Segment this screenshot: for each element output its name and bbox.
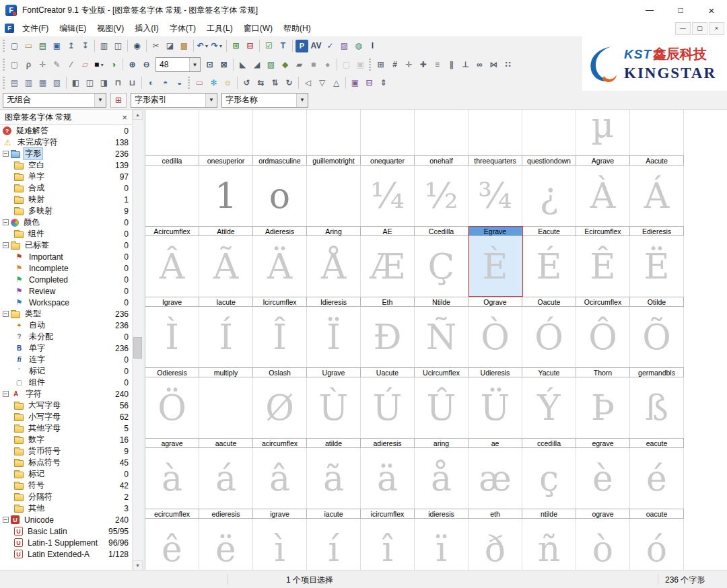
lasso-tool-icon[interactable]: ρ [22,59,35,71]
glyph-cell-Adieresis[interactable]: Ä [253,236,307,297]
glyph-cell-Aring[interactable]: Å [307,236,361,297]
tree-item-Incomplete[interactable]: ⚑Incomplete0 [0,262,132,274]
panel-scrollbar[interactable]: ▲ ▼ [132,110,143,571]
zoom-in-icon[interactable]: ⊕ [126,59,139,71]
glyph-cell-questiondown[interactable]: ¿ [522,166,576,226]
glyph-label-Acircumflex[interactable]: Acircumflex [145,227,199,235]
circle-shape-icon[interactable]: ● [321,59,334,71]
glyph-cell-onequarter[interactable]: ¼ [361,166,415,226]
guidelines-icon[interactable]: ✛ [403,59,415,71]
union-icon[interactable]: ◐ [145,76,158,89]
glyph-cell-ntilde[interactable]: ñ [522,519,576,571]
metrics-icon[interactable]: AV [310,40,322,52]
glyph-label-Ograve[interactable]: Ograve [469,297,522,306]
glyph-label-Agrave[interactable]: Agrave [576,156,630,165]
glyph-cell-Aacute[interactable]: Á [630,166,684,226]
glyph-label-edieresis[interactable]: edieresis [199,509,253,518]
glyph-cell-Acircumflex[interactable]: Â [145,236,199,297]
glyph-cell-partial-4[interactable] [361,110,415,155]
tree-item-合成[interactable]: 合成0 [0,182,132,194]
metrics-lines-icon[interactable]: ≡ [431,59,444,71]
tree-item-字符[interactable]: −A字符240 [0,388,132,400]
side-bearings-icon[interactable]: ∥ [445,59,458,71]
webfont-icon[interactable]: ◍ [352,40,365,52]
combination-button[interactable]: ⊞ [110,93,127,108]
glyph-cell-partial-7[interactable] [522,110,576,155]
child-restore-button[interactable]: ▢ [692,22,707,35]
menu-插入(I)[interactable]: 插入(I) [129,20,164,36]
glyph-index-combo[interactable]: 字形索引 ▼ [131,93,217,108]
select-tool-icon[interactable]: ▢ [8,59,21,71]
glyph-cell-Ograve[interactable]: Ò [469,307,522,367]
redo-icon[interactable]: ↷▼ [211,40,223,52]
preview-panel-icon[interactable]: P [296,40,308,52]
glyph-cell-Ugrave[interactable]: Ù [307,377,361,438]
glyph-label-onequarter[interactable]: onequarter [361,156,415,165]
menu-编辑(E)[interactable]: 编辑(E) [54,20,92,36]
tree-item-颜色[interactable]: −颜色0 [0,217,132,228]
copy-all-icon[interactable]: ▧ [50,76,63,89]
glyph-label-Oslash[interactable]: Oslash [253,368,307,377]
glyph-cell-agrave[interactable]: à [145,448,199,509]
glyph-cell-idieresis[interactable]: ï [415,519,469,571]
glyph-cell-Uacute[interactable]: Ú [361,377,415,438]
glyph-cell-Eacute[interactable]: É [522,236,576,297]
tree-item-单字[interactable]: B单字236 [0,342,132,354]
minimize-button[interactable]: — [634,0,665,20]
glyph-cell-Otilde[interactable]: Õ [630,307,684,367]
glyph-label-Ecircumflex[interactable]: Ecircumflex [576,227,630,235]
glyph-label-onesuperior[interactable]: onesuperior [199,156,253,165]
slope-right-icon[interactable]: ◢ [250,59,263,71]
glyph-label-Uacute[interactable]: Uacute [361,368,415,377]
tree-item-字形[interactable]: −字形236 [0,148,132,159]
insert-text-icon[interactable]: I [366,40,379,52]
menu-工具(L)[interactable]: 工具(L) [201,20,238,36]
tree-item-Latin-1 Supplement[interactable]: ULatin-1 Supplement96/96 [0,537,132,548]
chevron-down-icon[interactable]: ▼ [296,94,308,107]
glyph-cell-acircumflex[interactable]: â [253,448,307,509]
glyph-cell-Agrave[interactable]: À [576,166,630,226]
glyph-label-adieresis[interactable]: adieresis [361,439,415,447]
nudge-left-icon[interactable]: ◁ [302,76,314,89]
anchor-icon[interactable]: ⊥ [459,59,472,71]
glyph-cell-atilde[interactable]: ã [307,448,361,509]
glyph-cell-Icircumflex[interactable]: Î [253,307,307,367]
menu-文件(F)[interactable]: 文件(F) [17,20,54,36]
font-size-combo[interactable]: 48▼ [155,57,201,72]
tree-item-小写字母[interactable]: 小写字母62 [0,411,132,422]
close-panel-icon[interactable]: × [122,112,127,122]
tree-item-数字[interactable]: 数字16 [0,434,132,445]
glyph-label-Yacute[interactable]: Yacute [522,368,576,377]
print-icon[interactable]: ▥ [98,40,110,52]
glyph-label-Idieresis[interactable]: Idieresis [307,297,361,306]
glyph-label-Aacute[interactable]: Aacute [630,156,684,165]
glyph-cell-ccedilla[interactable]: ç [522,448,576,509]
glyph-cell-ae[interactable]: æ [469,448,522,509]
glyph-cell-eth[interactable]: ð [469,519,522,571]
nudge-down-icon[interactable]: ▽ [316,76,328,89]
tree-item-Review[interactable]: ⚑Review0 [0,285,132,297]
glyph-label-icircumflex[interactable]: icircumflex [361,509,415,518]
contour-mode-icon[interactable]: ◑ [107,59,120,71]
glyph-label-agrave[interactable]: agrave [145,439,199,447]
group-icon[interactable]: ▣ [349,76,361,89]
tree-item-组件[interactable]: ▢组件0 [0,377,132,388]
glyph-label-Ugrave[interactable]: Ugrave [307,368,361,377]
collapse-icon[interactable]: − [3,311,9,317]
glyph-label-questiondown[interactable]: questiondown [522,156,576,165]
menu-窗口(W)[interactable]: 窗口(W) [238,20,278,36]
tree-item-多映射[interactable]: 多映射9 [0,205,132,217]
glyph-cell-partial-8[interactable]: µ [576,110,630,155]
order-icon[interactable]: ⇕ [377,76,390,89]
glyph-label-oacute[interactable]: oacute [630,509,684,518]
guides-icon[interactable]: ▢ [340,59,353,71]
glyph-cell-Edieresis[interactable]: Ë [630,236,684,297]
glyph-label-AE[interactable]: AE [361,227,415,235]
fill-icon[interactable]: ▰ [293,59,306,71]
glyph-label-aacute[interactable]: aacute [199,439,253,447]
glyph-label-aring[interactable]: aring [415,439,469,447]
glyph-cell-Oacute[interactable]: Ó [522,307,576,367]
anchor-add-icon[interactable]: ✚ [417,59,429,71]
glyph-cell-Ntilde[interactable]: Ñ [415,307,469,367]
glyph-cell-partial-5[interactable] [415,110,469,155]
